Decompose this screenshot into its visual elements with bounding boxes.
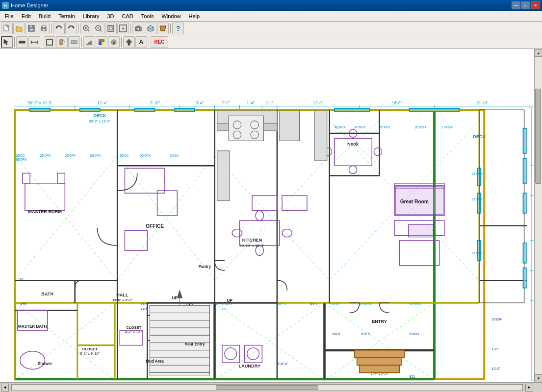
svg-rect-18 (109, 27, 112, 30)
svg-text:30E5: 30E5 (140, 307, 148, 311)
select-tool[interactable] (1, 36, 13, 48)
menu-file[interactable]: File (1, 12, 18, 20)
svg-text:18'-6": 18'-6" (392, 101, 402, 105)
svg-rect-287 (479, 110, 524, 225)
svg-rect-31 (47, 39, 52, 45)
toolbar-draw: ♦ A REC (0, 35, 542, 49)
svg-text:MASTER BATH: MASTER BATH (18, 324, 47, 329)
svg-rect-40 (99, 42, 102, 45)
wall-tool[interactable] (16, 36, 28, 48)
stair-tool[interactable] (83, 36, 95, 48)
menu-cad[interactable]: CAD (118, 12, 137, 20)
redo-button[interactable] (65, 23, 77, 34)
menu-tools[interactable]: Tools (137, 12, 158, 20)
scroll-track-vertical[interactable] (535, 57, 542, 374)
separator-t2-5 (149, 37, 149, 47)
svg-text:30E: 30E (19, 277, 25, 281)
separator-t2-3 (81, 37, 82, 47)
open-button[interactable] (13, 23, 25, 34)
svg-text:40'6FX: 40'6FX (379, 125, 390, 129)
horizontal-scrollbar[interactable]: ◄ ► (0, 383, 534, 392)
svg-rect-7 (42, 29, 45, 31)
menu-terrain[interactable]: Terrain (54, 12, 79, 20)
svg-rect-284 (355, 350, 405, 358)
svg-rect-6 (42, 25, 45, 27)
svg-rect-146 (57, 173, 65, 183)
svg-rect-38 (99, 39, 102, 42)
symbol-tool[interactable]: ♦ (108, 36, 120, 48)
scroll-down-button[interactable]: ▼ (535, 374, 542, 382)
window-tool[interactable] (68, 36, 80, 48)
svg-rect-186 (175, 108, 195, 111)
svg-rect-185 (135, 108, 155, 111)
room-tool[interactable] (44, 36, 55, 48)
svg-rect-188 (410, 108, 460, 111)
svg-text:5'0DH: 5'0DH (410, 332, 419, 336)
scroll-thumb-vertical[interactable] (535, 89, 541, 184)
menu-help[interactable]: Help (185, 12, 204, 20)
camera-button[interactable] (132, 23, 144, 34)
toolbar-main: ? (0, 22, 542, 35)
svg-rect-36 (88, 42, 90, 45)
svg-text:20'-10" x 19'-7": 20'-10" x 19'-7" (239, 244, 264, 248)
undo-button[interactable] (53, 23, 65, 34)
svg-rect-4 (29, 28, 33, 31)
svg-rect-288 (479, 225, 524, 303)
menu-library[interactable]: Library (79, 12, 103, 20)
scroll-left-button[interactable]: ◄ (1, 384, 9, 392)
help-button[interactable]: ? (172, 23, 184, 34)
svg-rect-248 (217, 151, 230, 201)
zoom-extend-button[interactable] (117, 23, 129, 34)
canvas-area[interactable]: 56'-2" x 19'-9" 12'-4" 2'-10" 3'-4" 7'-2… (0, 49, 534, 382)
zoom-out-button[interactable] (93, 23, 104, 34)
text-tool[interactable]: A (135, 36, 147, 48)
svg-point-169 (225, 348, 236, 360)
scroll-up-button[interactable]: ▲ (535, 49, 542, 57)
svg-text:10'0DH: 10'0DH (414, 125, 426, 129)
svg-rect-144 (25, 183, 65, 211)
svg-text:♦: ♦ (113, 40, 115, 45)
svg-text:10'0DH: 10'0DH (442, 125, 453, 129)
maximize-button[interactable]: □ (521, 1, 530, 9)
material-tool[interactable] (96, 36, 107, 48)
scroll-right-button[interactable]: ► (525, 384, 533, 392)
menu-3d[interactable]: 3D (103, 12, 118, 20)
minimize-button[interactable]: — (512, 1, 520, 9)
svg-rect-149 (125, 231, 147, 251)
window-controls: — □ ✕ (512, 1, 540, 9)
svg-text:11'-0": 11'-0" (313, 101, 323, 105)
door-tool[interactable] (56, 36, 68, 48)
main-area: 56'-2" x 19'-9" 12'-4" 2'-10" 3'-4" 7'-2… (0, 49, 542, 392)
svg-text:821: 821 (410, 375, 415, 379)
zoom-fit-button[interactable] (105, 23, 117, 34)
arrow-tool[interactable] (123, 36, 135, 48)
svg-rect-151 (282, 196, 307, 211)
record-button[interactable]: REC (151, 36, 168, 48)
menu-window[interactable]: Window (157, 12, 184, 20)
svg-marker-245 (177, 291, 182, 298)
menu-build[interactable]: Build (35, 12, 54, 20)
svg-marker-25 (160, 26, 166, 31)
dimension-tool[interactable] (28, 36, 40, 48)
print-button[interactable] (38, 23, 50, 34)
perspective-button[interactable] (157, 23, 169, 34)
close-button[interactable]: ✕ (531, 1, 540, 9)
svg-text:56'-2" x 19'-9": 56'-2" x 19'-9" (27, 101, 52, 105)
separator-4 (170, 24, 171, 33)
new-button[interactable] (1, 23, 13, 34)
app-icon: H (2, 2, 9, 9)
vertical-scrollbar[interactable]: ▲ ▼ (534, 49, 542, 382)
menu-bar: File Edit Build Terrain Library 3D CAD T… (0, 11, 542, 22)
svg-point-154 (282, 229, 292, 237)
svg-text:UP: UP (172, 296, 178, 300)
scroll-track-horizontal[interactable] (11, 384, 523, 391)
save-button[interactable] (26, 23, 37, 34)
zoom-in-button[interactable] (80, 23, 92, 34)
svg-text:10'-0": 10'-0" (491, 368, 501, 371)
menu-edit[interactable]: Edit (18, 12, 35, 20)
svg-rect-292 (523, 243, 526, 263)
svg-text:1'-0": 1'-0" (491, 347, 499, 351)
scroll-thumb-horizontal[interactable] (216, 385, 318, 390)
svg-text:30'0C: 30'0C (170, 154, 179, 158)
3d-view-button[interactable] (145, 23, 156, 34)
